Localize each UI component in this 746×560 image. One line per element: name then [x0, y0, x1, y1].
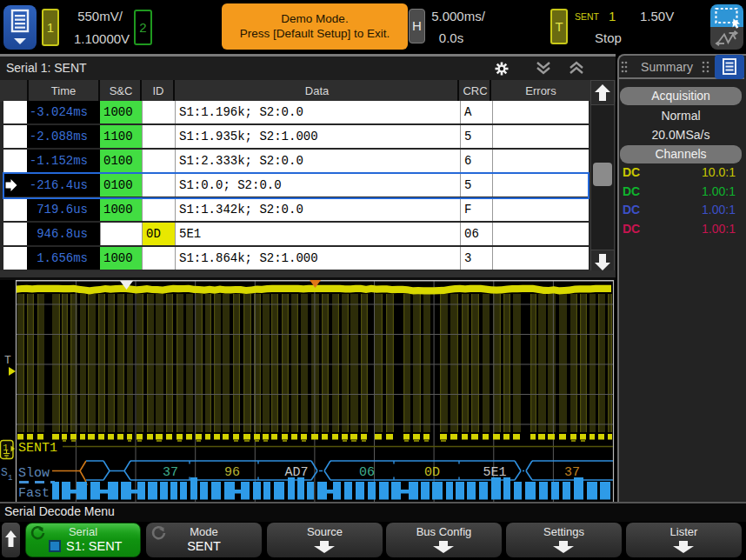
svg-text:S: S — [1, 466, 8, 479]
svg-text:5E1: 5E1 — [483, 465, 506, 480]
svg-text:AD7: AD7 — [284, 465, 308, 480]
svg-text:Slow: Slow — [18, 466, 50, 481]
svg-text:37: 37 — [564, 465, 580, 480]
svg-text:0D: 0D — [424, 465, 440, 480]
svg-text:T: T — [4, 354, 11, 367]
svg-text:1: 1 — [8, 474, 12, 483]
svg-text:Fast: Fast — [18, 486, 50, 501]
svg-text:37: 37 — [163, 465, 178, 480]
svg-text:1: 1 — [3, 443, 8, 453]
svg-text:06: 06 — [359, 465, 375, 480]
svg-text:96: 96 — [224, 465, 240, 480]
svg-text:SENT1: SENT1 — [18, 441, 57, 456]
